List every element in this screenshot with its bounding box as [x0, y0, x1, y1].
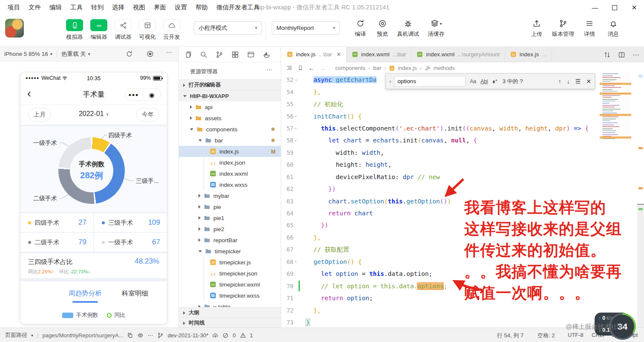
tree-item-bar[interactable]: bar — [179, 135, 281, 146]
more-icon[interactable]: ⋯ — [267, 67, 273, 73]
find-input[interactable]: options — [394, 76, 466, 87]
panel-button-debug[interactable]: 调试器 — [111, 19, 135, 41]
tree-item-index.js[interactable]: JSindex.jsM — [179, 146, 281, 157]
hot-reload-toggle[interactable]: 热重载 关 ▾ — [57, 50, 95, 58]
editor-tab-3[interactable]: JSindex.js... — [505, 47, 552, 62]
code-line-59[interactable]: 59width: width, — [282, 147, 637, 159]
tree-item-timepicker[interactable]: timepicker — [179, 246, 281, 257]
source-control-icon[interactable] — [216, 51, 223, 58]
page-select[interactable]: MonthlyReport ▾ — [272, 21, 340, 35]
more-icon[interactable]: ⋯ — [166, 49, 172, 55]
code-line-58[interactable]: 58›let chart = echarts.init(canvas, null… — [282, 134, 637, 146]
extensions-icon[interactable] — [231, 51, 239, 58]
tree-item-components[interactable]: components — [179, 124, 281, 135]
menu-item-1[interactable]: 文件 — [24, 0, 45, 15]
encoding[interactable]: UTF-8 — [568, 332, 584, 338]
match-case-icon[interactable]: Aa — [470, 78, 476, 84]
code-line-55[interactable]: 55// 初始化 — [282, 98, 637, 110]
minimize-button[interactable]: — — [585, 0, 605, 15]
eye-icon[interactable] — [137, 332, 144, 339]
close-button[interactable]: ✕ — [624, 0, 644, 15]
avatar[interactable] — [5, 19, 24, 38]
tree-item-timepicker.wxml[interactable]: <>timepicker.wxml — [179, 279, 281, 290]
menu-item-5[interactable]: 选择 — [108, 0, 129, 15]
maximize-button[interactable] — [605, 0, 624, 15]
menu-item-7[interactable]: 界面 — [150, 0, 170, 15]
menu-item-9[interactable]: 帮助 — [191, 0, 212, 15]
device-select[interactable]: iPhone 5 85% 16 ▾ — [0, 51, 57, 57]
whole-word-icon[interactable]: Abl — [480, 78, 488, 84]
tree-item-mybar[interactable]: mybar — [179, 190, 281, 201]
fold-icon[interactable]: › — [293, 138, 299, 143]
code-line-60[interactable]: 60height: height, — [282, 159, 637, 171]
code-line-61[interactable]: 61devicePixelRatio: dpr // new — [282, 171, 637, 183]
editor-tab-2[interactable]: <>index.wxml...\surgeryAmount — [411, 47, 505, 62]
panel-button-phone[interactable]: 模拟器 — [63, 19, 86, 41]
menu-item-10[interactable]: 微信开发者工具 — [212, 0, 264, 15]
tree-item-pie2[interactable]: pie2 — [179, 223, 281, 235]
tab-week-trend[interactable]: 周趋势分析 — [69, 289, 102, 298]
git-branch-name[interactable]: dev-2021-11-30* — [167, 332, 208, 339]
section-outline[interactable]: 大纲 — [179, 307, 281, 318]
tree-item-pie1[interactable]: pie1 — [179, 212, 281, 223]
regex-icon[interactable]: ∎* — [492, 78, 497, 84]
action-refresh[interactable]: 编译 — [355, 19, 366, 38]
code-line-56[interactable]: 56›initChart() { — [282, 110, 637, 122]
code-line-62[interactable]: 62}) — [282, 183, 637, 195]
breadcrumb-item[interactable]: bar — [373, 65, 381, 71]
tree-item-timepicker.js[interactable]: JStimepicker.js — [179, 257, 281, 268]
editor-tab-1[interactable]: <>index.wxml...\bar — [347, 47, 412, 62]
errors-count[interactable]: 0 — [233, 332, 236, 339]
this-year-button[interactable]: 今年 — [136, 108, 159, 122]
indent-setting[interactable]: 空格: 2 — [538, 332, 555, 339]
tab-department-detail[interactable]: 科室明细 — [122, 289, 148, 298]
breadcrumb-item[interactable]: components — [335, 65, 365, 71]
fold-icon[interactable]: › — [293, 78, 299, 82]
panel-button-vis[interactable]: 可视化 — [135, 19, 159, 41]
section-project[interactable]: HIIP-BI-WXAPP — [179, 90, 281, 101]
back-arrow-icon[interactable]: ← — [308, 64, 315, 72]
breadcrumb-item[interactable]: methods — [434, 65, 455, 71]
action-bell[interactable]: 消息 — [608, 19, 619, 38]
search-icon[interactable] — [200, 51, 207, 58]
capsule-button[interactable]: ●●● ◉ — [124, 88, 161, 101]
minimap[interactable] — [600, 72, 631, 143]
window-icon[interactable] — [247, 51, 255, 58]
section-open-editors[interactable]: 打开的编辑器 — [179, 79, 281, 90]
expand-replace-icon[interactable]: › — [389, 78, 391, 84]
page-path-value[interactable]: pages/MonthlyReport/surgeryA... — [42, 332, 123, 339]
close-icon[interactable]: ✕ — [586, 78, 591, 85]
action-layers[interactable]: ▾清缓存 — [428, 19, 445, 38]
next-match-icon[interactable]: ↓ — [567, 78, 570, 85]
more-icon[interactable]: ⋯ — [147, 332, 153, 339]
stop-icon[interactable] — [147, 50, 154, 58]
action-eye[interactable]: 预览 — [377, 19, 388, 38]
tree-item-pie[interactable]: pie — [179, 201, 281, 212]
tree-item-reportBar[interactable]: reportBar — [179, 235, 281, 246]
more-actions-icon[interactable]: ⋯ — [632, 51, 640, 59]
fold-icon[interactable]: › — [293, 126, 299, 130]
outline-icon[interactable] — [286, 65, 293, 71]
prev-match-icon[interactable]: ↑ — [558, 78, 561, 85]
compare-changes-icon[interactable] — [604, 51, 611, 58]
find-in-selection-icon[interactable]: ☰ — [575, 78, 581, 85]
scrollbar[interactable] — [637, 74, 644, 328]
target-icon[interactable]: ◉ — [143, 92, 161, 98]
code-line-57[interactable]: 57›this.selectComponent('.ec-chart').ini… — [282, 122, 637, 134]
close-icon[interactable]: ✕ — [336, 51, 341, 58]
docker-icon[interactable] — [263, 51, 270, 58]
more-icon[interactable]: ●●● — [125, 92, 143, 97]
warnings-count[interactable]: 1 — [250, 332, 253, 339]
tree-item-index.wxml[interactable]: <>index.wxml — [179, 168, 281, 179]
menu-item-4[interactable]: 转到 — [87, 0, 108, 15]
menu-item-3[interactable]: 工具 — [66, 0, 87, 15]
tree-item-timepicker.json[interactable]: {..}timepicker.json — [179, 268, 281, 279]
section-timeline[interactable]: 时间线 — [179, 317, 281, 328]
action-bug[interactable]: 真机调试 — [397, 19, 419, 38]
tree-item-timepicker.wxss[interactable]: timepicker.wxss — [179, 290, 281, 301]
panel-button-cloud[interactable]: 云开发 — [160, 19, 184, 41]
files-icon[interactable] — [184, 51, 192, 58]
menu-item-0[interactable]: 项目 — [3, 0, 24, 15]
menu-item-8[interactable]: 设置 — [170, 0, 191, 15]
tree-item-assets[interactable]: assets — [179, 113, 281, 124]
